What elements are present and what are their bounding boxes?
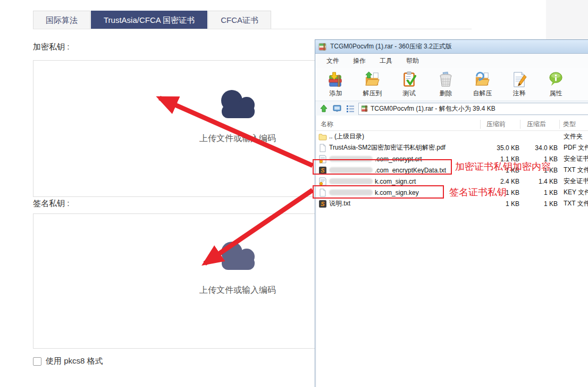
upload-hint-text: 上传文件或输入编码 [199, 285, 276, 296]
up-directory-button[interactable] [318, 104, 329, 113]
size-after: 34.0 KB [520, 144, 560, 152]
pkcs8-label: 使用 pkcs8 格式 [46, 356, 103, 366]
certificate-icon [318, 177, 327, 186]
column-header-size-after[interactable]: 压缩后 [520, 120, 560, 129]
comment-icon [510, 71, 528, 88]
menu-help[interactable]: 帮助 [399, 54, 426, 68]
upload-hint-text: 上传文件或输入编码 [199, 133, 276, 144]
properties-button[interactable]: 属性 [537, 69, 574, 100]
annotation-text-sign: 签名证书私钥 [449, 186, 507, 199]
column-header-name[interactable]: 名称 [316, 120, 481, 129]
size-before: 1 KB [481, 200, 520, 208]
delete-button[interactable]: 删除 [427, 69, 464, 100]
cloud-upload-icon [213, 239, 263, 271]
rar-file-icon [318, 43, 327, 51]
encrypt-key-label: 加密私钥 : [33, 42, 69, 52]
comment-button-label: 注释 [513, 89, 526, 98]
list-view-icon [346, 104, 355, 113]
tab-international-algorithm[interactable]: 国际算法 [33, 11, 90, 29]
text-editor-icon: S [318, 200, 327, 208]
file-name: k.com_sign.crt [375, 178, 416, 185]
extract-to-button[interactable]: 解压到 [354, 69, 391, 100]
rar-file-icon [361, 105, 368, 112]
cloud-upload-icon [213, 87, 263, 119]
column-headers: 名称 压缩前 压缩后 类型 [316, 118, 588, 131]
properties-button-label: 属性 [550, 89, 562, 98]
svg-text:S: S [321, 201, 325, 207]
window-titlebar[interactable]: TCGM0Pocvfm (1).rar - 360压缩 3.2正式版 [315, 40, 588, 54]
tab-cfca[interactable]: CFCA证书 [208, 11, 271, 29]
menu-tools[interactable]: 工具 [373, 54, 399, 68]
address-bar: TCGM0Pocvfm (1).rar - 解包大小为 39.4 KB [315, 101, 588, 117]
up-arrow-icon [320, 104, 328, 113]
file-name: TrustAsia-SM2国密加密证书私钥解密.pdf [329, 143, 446, 152]
file-type: 安全证书 [560, 154, 588, 163]
menu-bar: 文件 操作 工具 帮助 [315, 54, 588, 68]
document-icon [318, 144, 327, 152]
file-type: 文件夹 [560, 132, 588, 141]
file-type: TXT 文件 [560, 199, 588, 208]
extract-button-label: 解压到 [363, 89, 382, 98]
size-after: 1 KB [520, 189, 560, 196]
preview-toggle-button[interactable] [332, 104, 342, 113]
archive-path-text: TCGM0Pocvfm (1).rar - 解包大小为 39.4 KB [371, 104, 495, 113]
column-header-size-before[interactable]: 压缩前 [481, 120, 520, 129]
size-after: 1 KB [520, 200, 560, 208]
sign-key-label: 签名私钥 : [33, 199, 69, 209]
self-extract-button-label: 自解压 [473, 89, 492, 98]
toolbar: 添加 解压到 测试 [315, 68, 588, 101]
menu-file[interactable]: 文件 [320, 54, 346, 68]
test-button-label: 测试 [403, 89, 416, 98]
size-before: 2.4 KB [481, 178, 520, 185]
delete-button-label: 删除 [440, 89, 452, 98]
file-type: KEY 文件 [560, 188, 588, 197]
folder-icon [318, 133, 327, 141]
add-button[interactable]: 添加 [317, 69, 354, 100]
archive-path-field[interactable]: TCGM0Pocvfm (1).rar - 解包大小为 39.4 KB [358, 103, 588, 115]
menu-operation[interactable]: 操作 [346, 54, 373, 68]
file-row-readme-txt[interactable]: S 说明.txt 1 KB 1 KB TXT 文件 [316, 198, 588, 209]
monitor-icon [333, 104, 341, 113]
tab-trustasia-cfca-sm2[interactable]: TrustAsia/CFCA 国密证书 [91, 11, 207, 29]
window-title: TCGM0Pocvfm (1).rar - 360压缩 3.2正式版 [330, 42, 452, 51]
add-archive-icon [327, 71, 345, 88]
test-icon [400, 71, 418, 88]
file-type: TXT 文件 [560, 166, 588, 175]
size-after: 1.4 KB [520, 178, 560, 185]
list-view-button[interactable] [345, 104, 356, 113]
file-list-panel: 名称 压缩前 压缩后 类型 .. (上级目录) 文件夹 TrustA [315, 116, 588, 387]
size-before: 35.0 KB [481, 144, 520, 152]
comment-button[interactable]: 注释 [501, 69, 537, 100]
annotation-box-sign-key [313, 185, 444, 199]
file-name: .. (上级目录) [329, 132, 364, 141]
tab-bar: 国际算法 TrustAsia/CFCA 国密证书 CFCA证书 [33, 11, 472, 29]
file-type: 安全证书 [560, 177, 588, 186]
annotation-text-encrypt: 加密证书私钥加密内容 [455, 160, 551, 173]
column-header-type[interactable]: 类型 [560, 120, 588, 129]
file-row-pdf-guide[interactable]: TrustAsia-SM2国密加密证书私钥解密.pdf 35.0 KB 34.0… [316, 142, 588, 153]
archive-window-360zip: TCGM0Pocvfm (1).rar - 360压缩 3.2正式版 文件 操作… [315, 39, 588, 387]
annotation-box-encrypt-keydata [313, 159, 452, 175]
self-extract-icon [474, 71, 491, 88]
redacted-name [329, 178, 373, 184]
pkcs8-option: 使用 pkcs8 格式 [33, 356, 103, 366]
file-row-parent-dir[interactable]: .. (上级目录) 文件夹 [316, 131, 588, 142]
file-type: PDF 文件 [560, 143, 588, 152]
properties-icon [547, 71, 565, 88]
pkcs8-checkbox[interactable] [33, 357, 41, 366]
file-name: 说明.txt [329, 199, 350, 208]
self-extract-button[interactable]: 自解压 [464, 69, 501, 100]
test-button[interactable]: 测试 [391, 69, 427, 100]
trash-icon [437, 71, 455, 88]
add-button-label: 添加 [330, 89, 342, 98]
extract-icon [364, 71, 381, 88]
